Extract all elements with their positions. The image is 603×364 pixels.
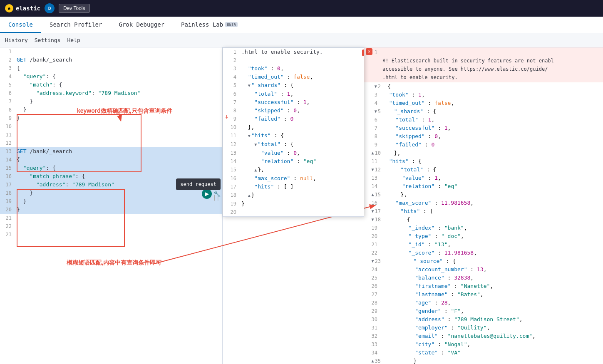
help-link[interactable]: Help [67,37,80,43]
line-8: 8 } [0,106,222,114]
output-line-7: 7 "successful" : 1, [364,124,603,132]
output-line-29: 29 "gender" : "F", [364,307,603,315]
output-line-17: ▼ 17 "hits" : [ [364,207,603,215]
tab-bar: Console Search Profiler Grok Debugger Pa… [0,17,603,33]
line-12: 12 [0,139,222,147]
output-line-11: 11 "hits" : { [364,157,603,166]
output-line-9: 9 "failed" : 0 [364,141,603,149]
popup-line-20: 20 [223,208,364,216]
output-line-25: 25 "balance" : 32838, [364,274,603,282]
popup-close-button[interactable]: ✕ [362,50,364,56]
editor-area[interactable]: keyword做精确匹配,只包含查询条件 模糊短语匹配,内容中有查询条件即可 ▶… [0,47,222,364]
line-13: 13 GET /bank/_search [0,147,222,156]
tab-grok-debugger[interactable]: Grok Debugger [110,17,173,33]
line-11: 11 [0,131,222,139]
line-7: 7 } [0,97,222,106]
output-line-28: 28 "age" : 28, [364,299,603,307]
output-line-34: 34 "state" : "VA" [364,349,603,357]
error-indicator[interactable]: ✕ [366,48,372,55]
output-line-23: ▼ 23 "_source" : { [364,257,603,265]
popup-line-7: 7 "successful" : 1, [223,98,364,106]
output-line-24: 24 "account_number" : 13, [364,265,603,274]
line-23: 23 [0,230,222,239]
output-line-4: 4 "timed_out" : false, [364,99,603,107]
output-line-32: 32 "email" : "nanettebates@quility.com", [364,332,603,340]
popup-line-18: 18 ▲} [223,191,364,200]
tab-console[interactable]: Console [0,17,41,33]
output-line-10: ▲ 10 }, [364,149,603,157]
line-2: 2 GET /bank/_search [0,56,222,64]
top-bar: e elastic D Dev Tools [0,0,603,17]
send-request-tooltip: send request [176,178,221,190]
output-line-30: 30 "address" : "789 Madison Street", [364,315,603,324]
output-line-16: 16 "max_score" : 11.981658, [364,199,603,207]
editor-lines: 1 2 GET /bank/_search 3 { 4 "query": { [0,47,222,239]
popup-arrow-indicator: ↓ [225,112,229,120]
popup-line-15: 15 ▲}, [223,166,364,174]
popup-line-8: 8 "skipped" : 0, [223,106,364,115]
line-10: 10 [0,122,222,131]
popup-line-17: 17 "hits" : [ ] [223,183,364,191]
output-line-1: ✕ 1 #! Elasticsearch built-in security f… [364,47,603,82]
output-line-8: 8 "skipped" : 0, [364,132,603,141]
history-link[interactable]: History [5,37,28,43]
output-line-22: 22 "_score" : 11.981658, [364,249,603,257]
main-layout: keyword做精确匹配,只包含查询条件 模糊短语匹配,内容中有查询条件即可 ▶… [0,47,603,364]
popup-line-4: 4 "timed_out" : false, [223,73,364,81]
elastic-logo: e elastic [5,4,40,12]
line-3: 3 { [0,64,222,72]
output-line-18: ▼ 18 { [364,215,603,224]
tab-painless-lab[interactable]: Painless Lab BETA [173,17,246,33]
output-line-31: 31 "employer" : "Quility", [364,324,603,332]
popup-line-13: 13 "value" : 0, [223,149,364,157]
line-18: 18 } [0,189,222,197]
popup-line-6: 6 "total" : 1, [223,90,364,98]
output-line-35: ▲ 35 } [364,357,603,364]
output-line-5: ▼ 5 "_shards" : { [364,107,603,116]
popup-line-1: 1 .html to enable security. [223,48,364,56]
output-line-20: 20 "_type" : "_doc", [364,232,603,240]
popup-line-3: 3 "took" : 0, [223,64,364,73]
popup-panel: ✕ ↓ 1 .html to enable security. 2 3 "too… [223,47,364,217]
settings-link[interactable]: Settings [35,37,61,43]
popup-lines: 1 .html to enable security. 2 3 "took" :… [223,48,364,216]
output-line-13: 13 "value" : 1, [364,174,603,182]
line-4: 4 "query": { [0,72,222,81]
avatar[interactable]: D [45,3,55,13]
output-line-21: 21 "_id" : "13", [364,240,603,249]
output-line-27: 27 "lastname" : "Bates", [364,290,603,299]
dev-tools-button[interactable]: Dev Tools [59,4,89,13]
secondary-bar: History Settings Help [0,33,603,47]
line-14: 14 { [0,156,222,164]
line-15: 15 "query": { [0,164,222,172]
output-panel: ✕ 1 #! Elasticsearch built-in security f… [364,47,603,364]
popup-line-11: 11 ▼"hits" : { [223,131,364,140]
popup-line-5: 5 ▼"_shards" : { [223,81,364,90]
output-line-33: 33 "city" : "Nogal", [364,340,603,349]
line-21: 21 [0,214,222,222]
output-line-15: ▲ 15 }, [364,191,603,199]
run-area: ▶ 🔧 [202,189,221,199]
popup-line-10: 10 }, [223,123,364,131]
line-5: 5 "match": { [0,81,222,89]
popup-line-2: 2 [223,56,364,64]
line-1: 1 [0,47,222,56]
line-22: 22 [0,222,222,230]
run-button[interactable]: ▶ [202,189,212,199]
beta-badge: BETA [225,22,238,27]
popup-line-12: 12 ▼"total" : { [223,140,364,149]
line-20: 20 } [0,206,222,214]
elastic-logo-text: elastic [16,5,40,12]
line-9: 9 } [0,114,222,122]
output-line-6: 6 "total" : 1, [364,116,603,124]
output-line-3: 3 "took" : 1, [364,91,603,99]
output-line-14: 14 "relation" : "eq" [364,182,603,191]
tab-search-profiler[interactable]: Search Profiler [41,17,110,33]
elastic-logo-icon: e [5,4,13,12]
popup-line-9: 9 "failed" : 0 [223,115,364,123]
line-19: 19 } [0,197,222,206]
console-panel: keyword做精确匹配,只包含查询条件 模糊短语匹配,内容中有查询条件即可 ▶… [0,47,223,364]
output-line-12: ▼ 12 "total" : { [364,166,603,174]
line-6: 6 "address.keyword": "789 Madison" [0,89,222,97]
tools-button[interactable]: 🔧 [213,191,221,197]
